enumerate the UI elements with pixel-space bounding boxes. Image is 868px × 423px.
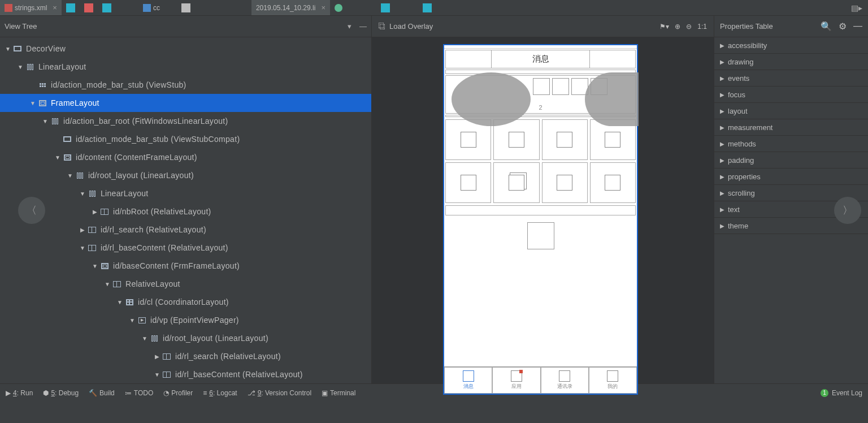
property-group-drawing[interactable]: ▶drawing bbox=[714, 54, 868, 70]
nav-prev-button[interactable]: 〈 bbox=[18, 197, 45, 224]
expand-arrow-icon[interactable]: ▶ bbox=[720, 190, 724, 196]
expand-arrow-icon[interactable]: ▶ bbox=[78, 227, 87, 233]
tree-node[interactable]: ▼DecorView bbox=[0, 40, 371, 58]
expand-arrow-icon[interactable]: ▼ bbox=[128, 317, 137, 323]
tool-icon[interactable]: ⚑▾ bbox=[659, 23, 669, 31]
expand-arrow-icon[interactable]: ▼ bbox=[66, 172, 75, 179]
tree-node[interactable]: ▼id/baseContent (FrmFrameLayout) bbox=[0, 257, 371, 275]
expand-arrow-icon[interactable]: ▼ bbox=[41, 118, 50, 124]
minimize-icon[interactable]: — bbox=[359, 22, 367, 31]
tree-node[interactable]: ▼RelativeLayout bbox=[0, 275, 371, 293]
tree-node[interactable]: ▼id/root_layout (LinearLayout) bbox=[0, 166, 371, 184]
property-group-focus[interactable]: ▶focus bbox=[714, 87, 868, 103]
tree-node-label: id/rl_baseContent (RelativeLayout) bbox=[175, 370, 303, 379]
expand-arrow-icon[interactable]: ▶ bbox=[720, 42, 724, 49]
preview-title[interactable]: Load Overlay bbox=[389, 22, 433, 31]
tool-label: 6: Logcat bbox=[209, 389, 237, 397]
tree-node[interactable]: ▼id/cl (CoordinatorLayout) bbox=[0, 293, 371, 311]
expand-arrow-icon[interactable]: ▶ bbox=[90, 209, 99, 215]
close-icon[interactable]: × bbox=[321, 3, 326, 12]
property-group-properties[interactable]: ▶properties bbox=[714, 169, 868, 185]
expand-arrow-icon[interactable]: ▼ bbox=[153, 372, 162, 378]
toolwindow-logcat[interactable]: ≡6: Logcat bbox=[203, 389, 237, 397]
view-tree[interactable]: ▼DecorView▼LinearLayoutid/action_mode_ba… bbox=[0, 37, 371, 383]
expand-arrow-icon[interactable]: ▶ bbox=[720, 157, 724, 163]
toolwindow-profiler[interactable]: ◔Profiler bbox=[163, 389, 193, 397]
expand-arrow-icon[interactable]: ▶ bbox=[720, 108, 724, 114]
expand-arrow-icon[interactable]: ▼ bbox=[28, 100, 37, 106]
search-icon[interactable]: 🔍 bbox=[821, 21, 832, 32]
tree-node[interactable]: ▶id/rl_search (RelativeLayout) bbox=[0, 221, 371, 239]
expand-arrow-icon[interactable]: ▶ bbox=[720, 92, 724, 98]
tree-node[interactable]: ▶id/nbRoot (RelativeLayout) bbox=[0, 202, 371, 221]
tab-strings-xml[interactable]: strings.xml × bbox=[0, 0, 62, 15]
property-group-methods[interactable]: ▶methods bbox=[714, 136, 868, 152]
tree-node-label: id/vp (EpointViewPager) bbox=[150, 316, 239, 325]
tree-node[interactable]: ▼▶id/vp (EpointViewPager) bbox=[0, 311, 371, 329]
tree-node-label: id/action_bar_root (FitWindowsLinearLayo… bbox=[63, 116, 228, 126]
tab-cc[interactable]: cc bbox=[138, 0, 164, 15]
expand-arrow-icon[interactable]: ▶ bbox=[153, 353, 162, 360]
toolwindow-debug[interactable]: ⬢5: Debug bbox=[43, 389, 79, 397]
gear-icon[interactable]: ⚙ bbox=[839, 21, 847, 32]
property-group-label: layout bbox=[728, 107, 748, 115]
toolwindow-run[interactable]: ▶4: Run bbox=[6, 389, 33, 397]
event-log-button[interactable]: Event Log bbox=[832, 389, 862, 397]
toolwindow-build[interactable]: 🔨Build bbox=[89, 389, 115, 397]
expand-arrow-icon[interactable]: ▼ bbox=[78, 191, 87, 197]
tree-node[interactable]: ▼LinearLayout bbox=[0, 184, 371, 202]
expand-arrow-icon[interactable]: ▼ bbox=[90, 263, 99, 269]
filter-icon[interactable]: ▾ bbox=[348, 22, 351, 31]
expand-arrow-icon[interactable]: ▶ bbox=[720, 124, 724, 131]
preview-nav-item: 应用 bbox=[492, 367, 540, 394]
color-marker-icon bbox=[84, 3, 93, 12]
tab-overflow-icon[interactable]: ▤▸ bbox=[851, 3, 868, 12]
tree-node[interactable]: id/action_mode_bar_stub (ViewStubCompat) bbox=[0, 130, 371, 148]
expand-arrow-icon[interactable]: ▼ bbox=[3, 46, 12, 52]
expand-arrow-icon[interactable]: ▼ bbox=[115, 299, 124, 305]
tab-unknown[interactable] bbox=[330, 0, 347, 15]
tree-node[interactable]: ▼id/content (ContentFrameLayout) bbox=[0, 148, 371, 166]
property-group-layout[interactable]: ▶layout bbox=[714, 103, 868, 119]
expand-arrow-icon[interactable]: ▶ bbox=[720, 59, 724, 65]
expand-arrow-icon[interactable]: ▼ bbox=[16, 64, 25, 70]
panel-title: View Tree bbox=[5, 22, 37, 31]
tree-node[interactable]: id/action_mode_bar_stub (ViewStub) bbox=[0, 76, 371, 94]
expand-arrow-icon[interactable]: ▶ bbox=[720, 141, 724, 147]
property-group-measurement[interactable]: ▶measurement bbox=[714, 119, 868, 136]
expand-arrow-icon[interactable]: ▶ bbox=[720, 206, 724, 213]
zoom-out-icon[interactable]: ⊖ bbox=[686, 23, 692, 31]
nav-next-button[interactable]: 〉 bbox=[834, 197, 861, 224]
tree-node[interactable]: ▼LinearLayout bbox=[0, 58, 371, 76]
tool-icon: ≔ bbox=[125, 389, 132, 397]
expand-arrow-icon[interactable]: ▼ bbox=[140, 335, 149, 342]
expand-arrow-icon[interactable]: ▼ bbox=[53, 154, 62, 161]
close-icon[interactable]: × bbox=[53, 3, 57, 12]
expand-arrow-icon[interactable]: ▼ bbox=[78, 245, 87, 251]
minimize-icon[interactable]: — bbox=[853, 21, 862, 32]
layout-type-icon bbox=[99, 261, 110, 270]
tree-node[interactable]: ▼id/root_layout (LinearLayout) bbox=[0, 329, 371, 347]
tree-node-label: RelativeLayout bbox=[125, 279, 180, 288]
property-group-padding[interactable]: ▶padding bbox=[714, 152, 868, 169]
zoom-level[interactable]: 1:1 bbox=[697, 23, 707, 31]
tool-label: Profiler bbox=[171, 389, 193, 397]
tree-node[interactable]: ▼id/rl_baseContent (RelativeLayout) bbox=[0, 239, 371, 257]
tree-node[interactable]: ▼FrameLayout bbox=[0, 94, 371, 112]
toolwindow-todo[interactable]: ≔TODO bbox=[125, 389, 153, 397]
toolwindow-versioncontrol[interactable]: ⎇9: Version Control bbox=[248, 389, 311, 397]
tree-node[interactable]: ▶id/rl_search (RelativeLayout) bbox=[0, 347, 371, 365]
expand-arrow-icon[interactable]: ▶ bbox=[720, 174, 724, 180]
expand-arrow-icon[interactable]: ▶ bbox=[720, 223, 724, 229]
tree-node[interactable]: ▼id/rl_baseContent (RelativeLayout) bbox=[0, 365, 371, 383]
property-group-events[interactable]: ▶events bbox=[714, 70, 868, 87]
expand-arrow-icon[interactable]: ▶ bbox=[720, 75, 724, 81]
toolwindow-terminal[interactable]: ▣Terminal bbox=[322, 389, 355, 397]
device-preview[interactable]: 消息 2 bbox=[443, 44, 638, 395]
property-group-accessibility[interactable]: ▶accessibility bbox=[714, 37, 868, 54]
zoom-in-icon[interactable]: ⊕ bbox=[675, 23, 680, 31]
tree-node[interactable]: ▼id/action_bar_root (FitWindowsLinearLay… bbox=[0, 112, 371, 130]
expand-arrow-icon[interactable]: ▼ bbox=[103, 281, 112, 287]
tab-capture-file[interactable]: 2019.05.14_10.29.li × bbox=[251, 0, 330, 15]
tree-node-label: id/root_layout (LinearLayout) bbox=[88, 171, 194, 180]
